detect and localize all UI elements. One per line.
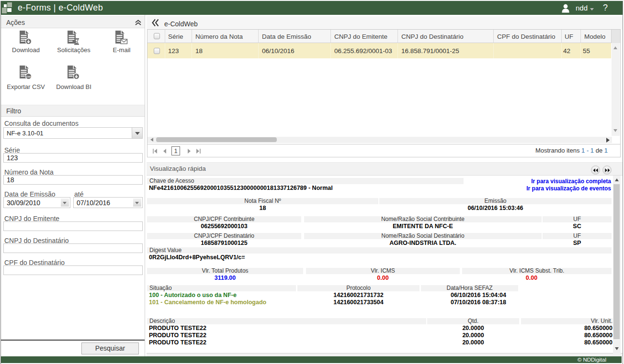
svg-text:csv: csv [26, 75, 31, 78]
